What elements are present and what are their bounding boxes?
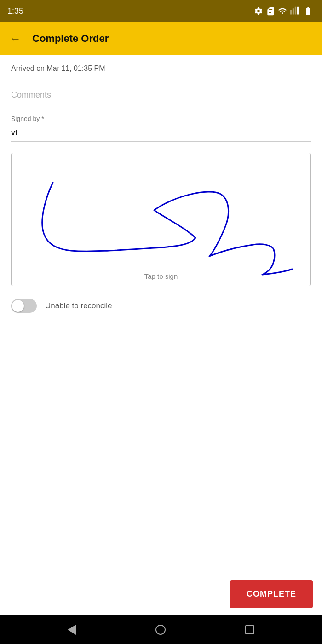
signed-by-input[interactable] xyxy=(11,124,311,142)
arrived-text: Arrived on Mar 11, 01:35 PM xyxy=(11,64,311,73)
page-title: Complete Order xyxy=(32,33,109,45)
status-time: 1:35 xyxy=(7,6,23,16)
main-content: Arrived on Mar 11, 01:35 PM Signed by * … xyxy=(0,55,322,331)
status-icons xyxy=(254,6,315,16)
signal-icon xyxy=(290,6,299,16)
unable-to-reconcile-toggle[interactable] xyxy=(11,299,37,313)
toggle-thumb xyxy=(12,300,24,312)
recents-nav-icon xyxy=(245,625,254,634)
back-nav-icon xyxy=(68,625,76,635)
sim-icon xyxy=(266,6,275,16)
settings-icon xyxy=(254,6,263,16)
signed-by-label: Signed by * xyxy=(11,115,311,122)
back-button[interactable]: ← xyxy=(7,31,23,46)
battery-icon xyxy=(302,6,315,16)
nav-back-button[interactable] xyxy=(68,625,76,635)
nav-recents-button[interactable] xyxy=(245,625,254,634)
unable-to-reconcile-row: Unable to reconcile xyxy=(11,299,311,313)
signature-pad[interactable]: Tap to sign xyxy=(11,153,311,286)
comments-field xyxy=(11,86,311,104)
home-nav-icon xyxy=(155,625,166,635)
unable-to-reconcile-label: Unable to reconcile xyxy=(45,301,112,310)
signed-by-field: Signed by * xyxy=(11,115,311,142)
nav-home-button[interactable] xyxy=(155,625,166,635)
bottom-nav xyxy=(0,615,322,644)
status-bar: 1:35 xyxy=(0,0,322,22)
signature-drawing xyxy=(12,153,310,286)
wifi-icon xyxy=(278,6,287,16)
complete-button[interactable]: COMPLETE xyxy=(230,580,313,608)
app-bar: ← Complete Order xyxy=(0,22,322,55)
comments-input[interactable] xyxy=(11,86,311,104)
